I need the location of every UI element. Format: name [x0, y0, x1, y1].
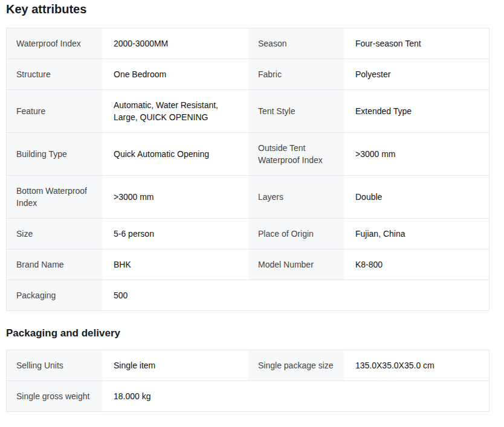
attribute-value: 500 — [102, 280, 248, 310]
attribute-label: Model Number — [248, 249, 344, 280]
attribute-label-empty — [248, 381, 344, 411]
attribute-value: One Bedroom — [102, 59, 248, 89]
attribute-label: Feature — [7, 90, 102, 132]
attribute-label: Single gross weight — [7, 381, 102, 411]
attribute-value: Automatic, Water Resistant, Large, QUICK… — [102, 90, 248, 132]
attribute-label: Season — [248, 28, 344, 59]
table-row: Building Type Quick Automatic Opening Ou… — [7, 133, 489, 176]
attribute-label: Brand Name — [7, 249, 102, 280]
attribute-label: Fabric — [248, 59, 344, 89]
attribute-value: Extended Type — [344, 90, 489, 132]
table-row: Structure One Bedroom Fabric Polyester — [7, 59, 489, 90]
attribute-value: Double — [344, 176, 489, 218]
attribute-value: 5-6 person — [102, 219, 248, 249]
table-row: Single gross weight 18.000 kg — [7, 381, 489, 411]
attribute-value: >3000 mm — [102, 176, 248, 218]
table-row: Waterproof Index 2000-3000MM Season Four… — [7, 28, 489, 59]
attribute-value: Single item — [102, 350, 248, 380]
attribute-label: Packaging — [7, 280, 102, 310]
attribute-label: Layers — [248, 176, 344, 218]
attribute-label: Single package size — [248, 350, 344, 380]
table-row: Selling Units Single item Single package… — [7, 350, 489, 381]
attribute-label-empty — [248, 280, 344, 310]
table-row: Bottom Waterproof Index >3000 mm Layers … — [7, 176, 489, 219]
section-title-packaging-and-delivery: Packaging and delivery — [6, 326, 489, 341]
attribute-label: Bottom Waterproof Index — [7, 176, 102, 218]
attribute-value: 2000-3000MM — [102, 28, 248, 59]
table-row: Brand Name BHK Model Number K8-800 — [7, 249, 489, 280]
attribute-value: BHK — [102, 249, 248, 280]
key-attributes-table: Waterproof Index 2000-3000MM Season Four… — [6, 28, 489, 311]
packaging-delivery-table: Selling Units Single item Single package… — [6, 350, 489, 412]
section-title-key-attributes: Key attributes — [6, 0, 489, 16]
attribute-value: 18.000 kg — [102, 381, 248, 411]
attribute-label: Waterproof Index — [7, 28, 102, 59]
table-row: Feature Automatic, Water Resistant, Larg… — [7, 90, 489, 133]
attribute-label: Building Type — [7, 133, 102, 175]
attribute-value: >3000 mm — [344, 133, 489, 175]
attribute-label: Size — [7, 219, 102, 249]
table-row: Size 5-6 person Place of Origin Fujian, … — [7, 219, 489, 249]
attribute-value-empty — [344, 381, 489, 411]
table-row: Packaging 500 — [7, 280, 489, 310]
attribute-value-empty — [344, 280, 489, 310]
attribute-label: Place of Origin — [248, 219, 344, 249]
attribute-value: 135.0X35.0X35.0 cm — [344, 350, 489, 380]
attribute-value: K8-800 — [344, 249, 489, 280]
attribute-label: Tent Style — [248, 90, 344, 132]
attribute-value: Four-season Tent — [344, 28, 489, 59]
attribute-value: Quick Automatic Opening — [102, 133, 248, 175]
attribute-value: Fujian, China — [344, 219, 489, 249]
attribute-label: Structure — [7, 59, 102, 89]
attribute-label: Selling Units — [7, 350, 102, 380]
attribute-value: Polyester — [344, 59, 489, 89]
product-attributes-page: Key attributes Waterproof Index 2000-300… — [0, 0, 504, 412]
attribute-label: Outside Tent Waterproof Index — [248, 133, 344, 175]
